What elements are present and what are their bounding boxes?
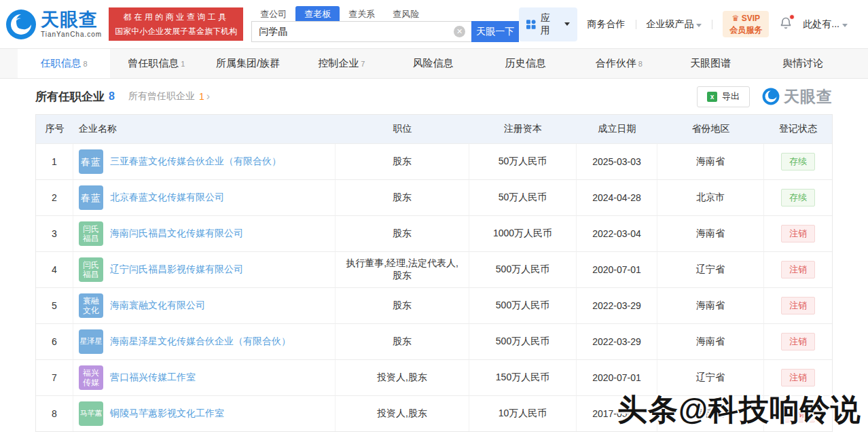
- capital-cell: 1000万人民币: [469, 216, 577, 251]
- company-link[interactable]: 海南星泽星文化传媒合伙企业（有限合伙）: [110, 336, 291, 348]
- row-index: 2: [36, 180, 73, 215]
- status-badge: 注销: [781, 225, 815, 242]
- column-header-index: 序号: [36, 123, 73, 135]
- row-index: 6: [36, 324, 73, 359]
- province-cell: 海南省: [657, 216, 764, 251]
- tianyancha-logo[interactable]: 天眼查 TianYanCha.com: [5, 9, 102, 40]
- company-logo: 福兴 传媒: [79, 365, 103, 390]
- status-cell: 注销: [764, 216, 832, 251]
- profile-tab-bar: 任职信息8曾任职信息1所属集团/族群控制企业7风险信息历史信息合作伙伴8天眼图谱…: [0, 48, 868, 79]
- former-positions-count: 1: [199, 91, 204, 102]
- notification-bell-icon[interactable]: [779, 16, 793, 32]
- company-logo: 星泽星: [79, 329, 103, 354]
- tab-3[interactable]: 控制企业7: [295, 49, 388, 78]
- status-badge: 注销: [781, 261, 815, 278]
- table-row: 4 闫氏 福昌 辽宁闫氏福昌影视传媒有限公司 执行董事,经理,法定代表人,股东 …: [36, 251, 832, 287]
- table-row: 6 星泽星 海南星泽星文化传媒合伙企业（有限合伙） 股东 500万人民币 202…: [36, 323, 832, 359]
- province-cell: 北京市: [657, 180, 764, 215]
- company-logo: 闫氏 福昌: [79, 221, 103, 246]
- status-badge: 注销: [781, 333, 815, 350]
- province-cell: 海南省: [657, 144, 764, 179]
- positions-table: 序号 企业名称 职位 注册资本 成立日期 省份地区 登记状态 1 春蓝 三亚春蓝…: [35, 114, 833, 432]
- company-link[interactable]: 铜陵马芊蕙影视文化工作室: [110, 408, 224, 420]
- promo-line1: 都在用的商业查询工具: [115, 10, 237, 24]
- tab-8[interactable]: 舆情讨论: [758, 49, 850, 78]
- tab-0[interactable]: 任职信息8: [18, 49, 110, 78]
- top-header: 天眼查 TianYanCha.com 都在用的商业查询工具 国家中小企业发展子基…: [0, 0, 868, 48]
- section-title: 所有任职企业: [35, 89, 105, 105]
- status-cell: 注销: [764, 288, 832, 323]
- position-cell: 股东: [336, 288, 469, 323]
- column-header-company: 企业名称: [73, 118, 336, 141]
- tab-7[interactable]: 天眼图谱: [666, 49, 758, 78]
- tianyancha-logo-icon: [762, 88, 780, 105]
- row-index: 1: [36, 144, 73, 179]
- tab-4[interactable]: 风险信息: [388, 49, 480, 78]
- chevron-down-icon: [842, 24, 848, 27]
- company-link[interactable]: 海南寰融文化有限公司: [110, 300, 205, 312]
- column-header-province: 省份地区: [657, 123, 764, 135]
- search-type-tab[interactable]: 查老板: [295, 6, 340, 21]
- status-cell: 存续: [764, 144, 832, 179]
- toutiao-watermark: 头条@科技响铃说: [617, 390, 861, 430]
- svip-member-badge[interactable]: ♛ SVIP 会员服务: [723, 11, 769, 37]
- search-input[interactable]: [251, 21, 471, 42]
- company-cell: 福兴 传媒 营口福兴传媒工作室: [73, 360, 336, 395]
- search-type-tab[interactable]: 查公司: [251, 6, 295, 21]
- crown-icon: ♛: [732, 14, 742, 23]
- company-link[interactable]: 营口福兴传媒工作室: [110, 372, 196, 384]
- position-cell: 执行董事,经理,法定代表人,股东: [336, 252, 469, 287]
- tab-6[interactable]: 合作伙伴8: [573, 49, 665, 78]
- nav-account-more[interactable]: 此处有...: [803, 18, 848, 31]
- company-link[interactable]: 三亚春蓝文化传媒合伙企业（有限合伙）: [110, 156, 281, 168]
- tab-2[interactable]: 所属集团/族群: [202, 49, 295, 78]
- company-link[interactable]: 海南闫氏福昌文化传媒有限公司: [110, 228, 243, 240]
- company-cell: 闫氏 福昌 辽宁闫氏福昌影视传媒有限公司: [73, 252, 336, 287]
- status-cell: 存续: [764, 180, 832, 215]
- company-link[interactable]: 辽宁闫氏福昌影视传媒有限公司: [110, 264, 243, 276]
- nav-enterprise-products[interactable]: 企业级产品: [646, 18, 702, 31]
- company-logo: 闫氏 福昌: [79, 257, 103, 282]
- table-row: 5 寰融 文化 海南寰融文化有限公司 股东 500万人民币 2022-03-29…: [36, 287, 832, 323]
- promo-badge: 都在用的商业查询工具 国家中小企业发展子基金旗下机构: [109, 7, 243, 41]
- company-logo: 春蓝: [79, 149, 103, 174]
- apps-button[interactable]: 应用: [519, 7, 577, 41]
- divider: [636, 20, 636, 29]
- capital-cell: 50万人民币: [469, 144, 577, 179]
- capital-cell: 10万人民币: [469, 396, 577, 431]
- logo-domain-text: TianYanCha.com: [41, 31, 102, 38]
- company-cell: 寰融 文化 海南寰融文化有限公司: [73, 288, 336, 323]
- company-cell: 马芊蕙 铜陵马芊蕙影视文化工作室: [73, 396, 336, 431]
- table-row: 3 闫氏 福昌 海南闫氏福昌文化传媒有限公司 股东 1000万人民币 2022-…: [36, 215, 832, 251]
- apps-grid-icon: [526, 19, 536, 30]
- province-cell: 海南省: [657, 288, 764, 323]
- search-type-tab[interactable]: 查风险: [384, 6, 428, 21]
- status-badge: 注销: [781, 369, 815, 386]
- search-type-tab[interactable]: 查关系: [340, 6, 384, 21]
- province-cell: 海南省: [657, 324, 764, 359]
- header-nav: 应用 商务合作 企业级产品 ♛ SVIP 会员服务 此处有...: [519, 7, 848, 41]
- row-index: 7: [36, 360, 73, 395]
- capital-cell: 500万人民币: [469, 252, 577, 287]
- tab-5[interactable]: 历史信息: [480, 49, 573, 78]
- apps-label: 应用: [541, 12, 557, 37]
- column-header-status: 登记状态: [764, 123, 832, 135]
- row-index: 5: [36, 288, 73, 323]
- date-cell: 2024-04-28: [577, 180, 657, 215]
- export-button[interactable]: x 导出: [697, 86, 750, 107]
- position-cell: 投资人,股东: [336, 396, 469, 431]
- tab-1[interactable]: 曾任职信息1: [110, 49, 202, 78]
- date-cell: 2022-03-29: [577, 288, 657, 323]
- column-header-position: 职位: [336, 120, 469, 138]
- position-cell: 股东: [336, 324, 469, 359]
- tianyancha-watermark-logo: 天眼查: [762, 86, 833, 107]
- position-cell: 股东: [336, 144, 469, 179]
- company-cell: 闫氏 福昌 海南闫氏福昌文化传媒有限公司: [73, 216, 336, 251]
- chevron-down-icon: [696, 24, 702, 27]
- nav-business-cooperation[interactable]: 商务合作: [587, 18, 626, 31]
- tianyan-search-button[interactable]: 天眼一下: [471, 21, 519, 42]
- column-header-capital: 注册资本: [469, 123, 577, 135]
- former-positions-link[interactable]: 所有曾任职企业 1 ›: [128, 90, 210, 103]
- row-index: 3: [36, 216, 73, 251]
- company-link[interactable]: 北京春蓝文化传媒有限公司: [110, 192, 224, 204]
